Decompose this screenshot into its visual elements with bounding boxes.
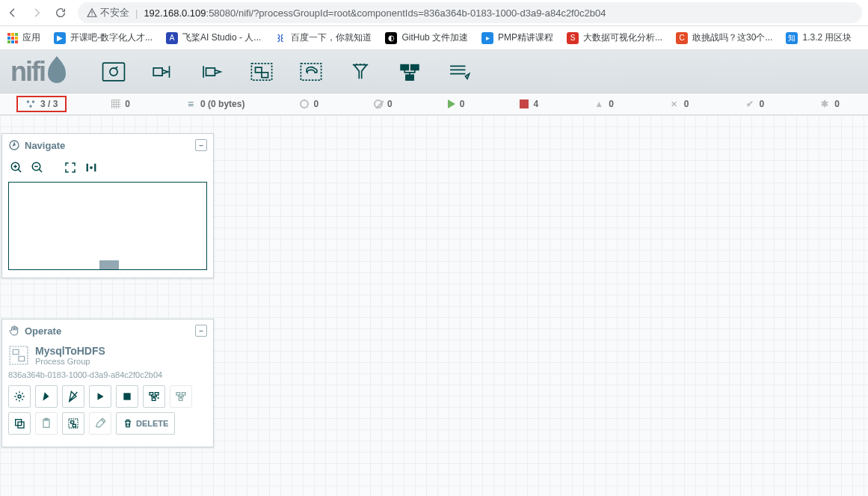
stop-button[interactable] [116,385,138,408]
birdseye-component [99,260,119,269]
bookmark-0[interactable]: ▶开课吧-数字化人才... [54,31,153,44]
reload-button[interactable] [54,6,67,19]
funnel-tool[interactable] [344,57,377,87]
svg-rect-26 [179,398,182,400]
operate-title: Operate [25,325,61,337]
cluster-count: 3 / 3 [40,99,58,109]
svg-rect-1 [103,63,125,81]
operate-type: Process Group [35,357,105,366]
remote-process-group-tool[interactable] [295,57,327,87]
hand-icon [8,325,20,337]
disable-button[interactable] [62,385,84,408]
birdseye-view[interactable] [8,182,207,270]
svg-point-9 [27,100,30,103]
check-icon [745,99,755,109]
address-bar[interactable]: 不安全 | 192.168.0.109:58080/nifi/?processG… [78,2,862,23]
svg-rect-33 [73,424,76,426]
process-group-icon [8,345,29,366]
svg-rect-24 [176,393,180,395]
warning-icon [594,99,604,109]
paste-button [35,412,58,435]
zoom-in-button[interactable] [8,159,25,176]
stop-icon [520,99,529,108]
not-transmitting-status: 0 [363,99,403,109]
svg-rect-18 [19,356,25,361]
start-button[interactable] [89,385,111,408]
zoom-fit-button[interactable] [62,159,79,176]
upload-template-button [170,385,192,408]
forward-button[interactable] [30,6,43,19]
threads-icon [111,99,120,108]
svg-rect-7 [411,64,419,70]
invalid-status: 0 [583,99,624,109]
flow-canvas[interactable]: Navigate – Operate – MysqlToHDFS Proce [0,115,868,496]
bookmark-icon: S [567,32,579,44]
apps-button[interactable]: 应用 [7,31,40,44]
nifi-logo: nifi [0,56,82,88]
svg-rect-27 [16,420,22,426]
svg-rect-3 [256,67,262,73]
cluster-status[interactable]: 3 / 3 [16,96,67,112]
url-text: 192.168.0.109:58080/nifi/?processGroupId… [144,7,606,19]
component-toolbar [82,57,475,87]
enable-button[interactable] [35,385,58,408]
navigate-title: Navigate [25,140,65,151]
process-group-tool[interactable] [245,57,278,87]
output-port-tool[interactable] [196,57,229,87]
svg-rect-5 [301,63,321,79]
transmitting-status: 0 [289,99,329,109]
processor-tool[interactable] [97,57,130,87]
svg-rect-4 [262,72,268,77]
bookmark-icon: ◐ [385,32,397,44]
back-button[interactable] [6,6,19,19]
browser-toolbar: 不安全 | 192.168.0.109:58080/nifi/?processG… [0,0,868,26]
bookmark-6[interactable]: C敢挑战吗？这30个... [676,31,772,44]
running-status: 0 [437,99,475,109]
operate-id: 836a364b-0183-1000-d3a9-a84c2f0c2b04 [8,366,207,385]
collapse-button[interactable]: – [195,325,207,337]
nifi-header: nifi [0,50,868,93]
bookmark-5[interactable]: S大数据可视化分析... [567,31,662,44]
play-icon [448,99,455,108]
bookmark-icon: 知 [786,32,798,44]
transmitting-icon [300,99,309,108]
bookmark-7[interactable]: 知1.3.2 用区块 [786,31,852,44]
zoom-out-button[interactable] [29,159,46,176]
apps-icon [7,33,18,43]
copy-button[interactable] [8,412,31,435]
svg-rect-6 [401,64,408,70]
cluster-icon [25,99,36,109]
configure-button[interactable] [8,385,31,408]
zoom-actual-button[interactable] [83,159,99,176]
svg-rect-22 [155,393,158,395]
disabled-icon [669,99,680,109]
group-button[interactable] [62,412,84,435]
queue-icon [185,99,196,109]
bookmark-icon [274,32,286,44]
compass-icon [8,139,20,151]
bookmark-2[interactable]: 百度一下，你就知道 [274,31,372,44]
svg-point-0 [91,14,92,15]
input-port-tool[interactable] [147,57,179,87]
svg-rect-32 [71,421,74,423]
navigate-panel: Navigate – [1,133,214,278]
bookmark-icon: A [166,32,178,44]
template-tool[interactable] [393,57,426,87]
color-button [89,412,111,435]
bookmark-4[interactable]: ▸PMP精讲课程 [481,31,553,44]
svg-rect-20 [123,393,130,399]
svg-rect-8 [406,75,413,80]
snowflake-icon [819,99,830,109]
bookmark-3[interactable]: ◐GitHub 文件加速 [385,31,468,44]
label-tool[interactable] [443,57,475,87]
active-threads: 0 [101,99,141,109]
delete-button[interactable]: DELETE [116,412,175,435]
create-template-button[interactable] [143,385,165,408]
navigate-header: Navigate – [2,134,213,156]
svg-rect-23 [152,398,156,400]
bookmark-1[interactable]: A飞桨AI Studio - 人... [166,31,261,44]
operate-panel: Operate – MysqlToHDFS Process Group 836a… [1,319,214,447]
collapse-button[interactable]: – [195,139,207,151]
svg-point-11 [29,105,32,108]
insecure-label: 不安全 [100,6,129,19]
